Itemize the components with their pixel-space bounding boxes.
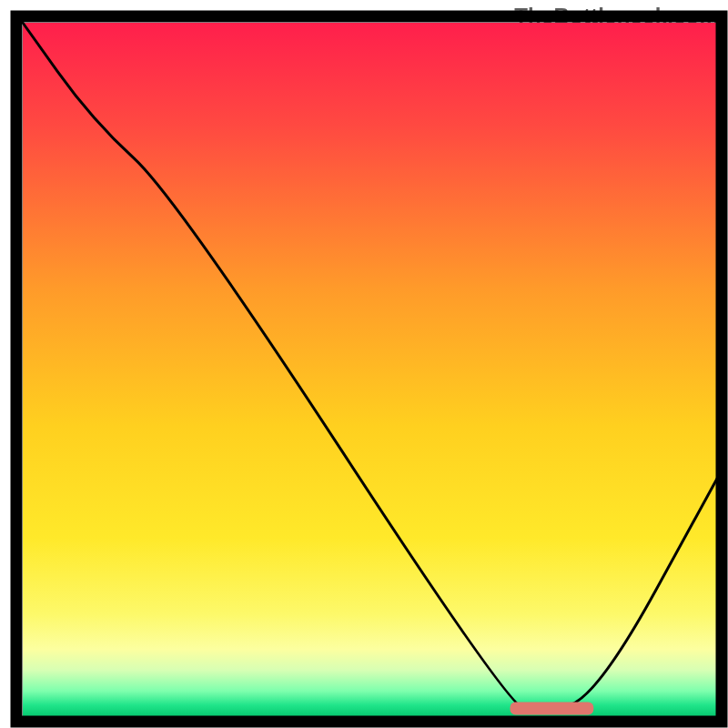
highlight-segment (511, 703, 594, 715)
chart-container: TheBottleneck.com (0, 0, 728, 728)
plot-gradient-bg (23, 23, 719, 719)
bottleneck-chart (0, 0, 728, 728)
